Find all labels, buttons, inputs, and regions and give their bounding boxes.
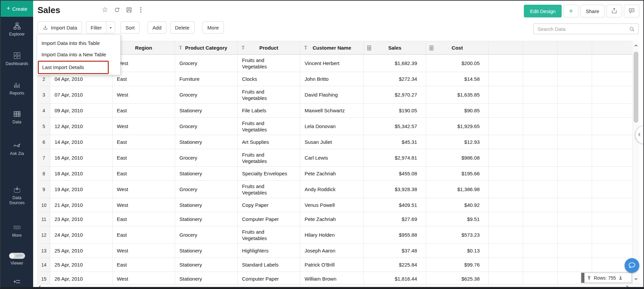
cell-category[interactable]: Stationery <box>175 272 238 284</box>
cell-n[interactable]: 5 <box>38 118 50 135</box>
cell-date[interactable]: 16 Apr, 2010 <box>50 149 112 167</box>
create-button[interactable]: + Create <box>1 1 33 17</box>
cell-cost[interactable]: $9.51 <box>426 212 489 226</box>
cell-product[interactable]: Standard Labels <box>238 258 300 272</box>
cell-sales[interactable]: $27.69 <box>364 212 426 226</box>
cell-n[interactable]: 8 <box>38 167 50 181</box>
cell-customer[interactable]: Lela Donovan <box>300 118 364 135</box>
search-input[interactable] <box>534 24 638 34</box>
cell-sales[interactable]: $2,974.81 <box>364 149 426 167</box>
cell-product[interactable]: Computer Paper <box>238 212 300 226</box>
cell-customer[interactable]: Pete Zachriah <box>300 167 364 181</box>
cell-category[interactable]: Stationery <box>175 198 238 212</box>
filter-caret-icon[interactable]: ▾ <box>106 22 115 33</box>
cell-customer[interactable]: William Brown <box>300 272 364 284</box>
cell-customer[interactable]: Maxwell Schwartz <box>300 104 364 118</box>
cell-category[interactable]: Stationery <box>175 212 238 226</box>
cell-customer[interactable]: Carl Lewis <box>300 149 364 167</box>
cell-n[interactable]: 11 <box>38 212 50 226</box>
cell-n[interactable]: 3 <box>38 86 50 104</box>
cell-n[interactable]: 7 <box>38 149 50 167</box>
cell-n[interactable]: 14 <box>38 258 50 272</box>
sort-button[interactable]: Sort <box>120 21 140 34</box>
cell-n[interactable]: 13 <box>38 244 50 258</box>
cell-customer[interactable]: Venus Powell <box>300 198 364 212</box>
cell-region[interactable]: East <box>112 135 175 149</box>
cell-n[interactable]: 6 <box>38 135 50 149</box>
kebab-menu-icon[interactable]: ⋮ <box>138 6 144 13</box>
favorite-star-icon[interactable]: ☆ <box>102 6 108 13</box>
cell-n[interactable]: 9 <box>38 181 50 198</box>
delete-button[interactable]: Delete <box>170 21 194 34</box>
cell-cost[interactable]: $90.85 <box>426 104 489 118</box>
cell-region[interactable]: West <box>112 181 175 198</box>
cell-date[interactable]: 25 Apr, 2010 <box>50 258 112 272</box>
cell-date[interactable]: 19 Apr, 2010 <box>50 181 112 198</box>
cell-category[interactable]: Grocery <box>175 118 238 135</box>
column-header-sales[interactable]: Sales <box>364 41 426 55</box>
cell-cost[interactable]: $1,635.85 <box>426 86 489 104</box>
cell-region[interactable]: East <box>112 72 175 86</box>
cell-region[interactable]: West <box>112 244 175 258</box>
cell-date[interactable]: 07 Apr, 2010 <box>50 86 112 104</box>
vertical-scroll-thumb[interactable] <box>634 52 638 123</box>
cell-product[interactable]: Fruits and Vegetables <box>238 181 300 198</box>
cell-category[interactable]: Stationery <box>175 167 238 181</box>
cell-customer[interactable]: Vincent Herbert <box>300 55 364 72</box>
cell-category[interactable]: Stationery <box>175 104 238 118</box>
save-icon[interactable] <box>126 7 132 13</box>
cell-category[interactable]: Grocery <box>175 86 238 104</box>
cell-n[interactable]: 15 <box>38 272 50 284</box>
cell-sales[interactable]: $3,928.38 <box>364 181 426 198</box>
cell-date[interactable]: 26 Apr, 2010 <box>50 272 112 284</box>
cell-cost[interactable]: $986.08 <box>426 149 489 167</box>
cell-category[interactable]: Grocery <box>175 149 238 167</box>
cell-n[interactable]: 10 <box>38 198 50 212</box>
cell-category[interactable]: Stationery <box>175 258 238 272</box>
cell-category[interactable]: Stationery <box>175 135 238 149</box>
column-header-category[interactable]: TProduct Category <box>175 41 238 55</box>
go-to-last-row-icon[interactable] <box>616 276 625 280</box>
cell-region[interactable]: West <box>112 272 175 284</box>
menu-item-import-this-table[interactable]: Import Data into this Table <box>37 38 120 49</box>
cell-cost[interactable]: $1,386.98 <box>426 181 489 198</box>
cell-product[interactable]: Copy Paper <box>238 198 300 212</box>
cell-sales[interactable]: $1,682.39 <box>364 55 426 72</box>
cell-region[interactable]: East <box>112 167 175 181</box>
cell-customer[interactable]: Susan Juliet <box>300 135 364 149</box>
cell-category[interactable]: Grocery <box>175 226 238 244</box>
sidebar-item-dashboards[interactable]: Dashboards <box>1 52 33 66</box>
cell-customer[interactable]: Andy Roddick <box>300 181 364 198</box>
cell-sales[interactable]: $455.08 <box>364 167 426 181</box>
cell-sales[interactable]: $5,342.57 <box>364 118 426 135</box>
cell-date[interactable]: 25 Apr, 2010 <box>50 244 112 258</box>
column-header-customer[interactable]: TCustomer Name <box>300 41 364 55</box>
cell-region[interactable]: West <box>112 86 175 104</box>
cell-product[interactable]: File Labels <box>238 104 300 118</box>
badge-grip-handle[interactable] <box>581 273 584 283</box>
cell-product[interactable]: Computer Paper <box>238 272 300 284</box>
cell-sales[interactable]: $2,970.27 <box>364 86 426 104</box>
cell-cost[interactable]: $1,929.65 <box>426 118 489 135</box>
cell-product[interactable]: Fruits and Vegetables <box>238 86 300 104</box>
cell-product[interactable]: Fruits and Vegetables <box>238 226 300 244</box>
column-header-region[interactable]: Region <box>112 41 175 55</box>
cell-region[interactable]: West <box>112 55 175 72</box>
sidebar-collapse-button[interactable] <box>1 278 33 287</box>
cell-n[interactable]: 4 <box>38 104 50 118</box>
cell-product[interactable]: Specialty Envelopes <box>238 167 300 181</box>
cell-cost[interactable]: $200.05 <box>426 55 489 72</box>
cell-cost[interactable]: $40.92 <box>426 198 489 212</box>
cell-customer[interactable]: John Britto <box>300 72 364 86</box>
import-data-button[interactable]: Import Data <box>37 21 82 34</box>
cell-date[interactable]: 21 Apr, 2010 <box>50 198 112 212</box>
sidebar-item-data[interactable]: Data <box>1 110 33 125</box>
cell-cost[interactable]: $99.76 <box>426 258 489 272</box>
sidebar-item-reports[interactable]: Reports <box>1 81 33 96</box>
cell-region[interactable]: West <box>112 118 175 135</box>
cell-sales[interactable]: $37.48 <box>364 244 426 258</box>
scroll-down-icon[interactable] <box>634 276 638 282</box>
cell-customer[interactable]: Joseph Aaron <box>300 244 364 258</box>
cell-sales[interactable]: $409.51 <box>364 198 426 212</box>
cell-cost[interactable]: $195.66 <box>426 167 489 181</box>
